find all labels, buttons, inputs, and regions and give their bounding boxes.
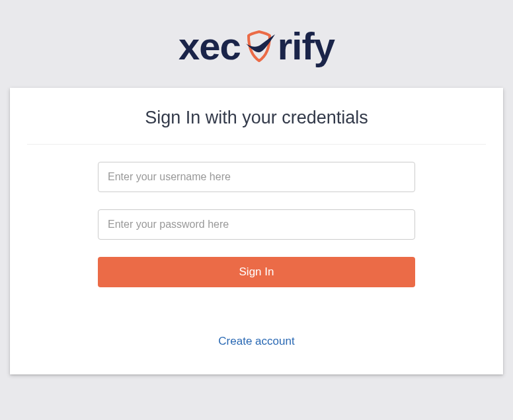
- logo-text-right: rify: [278, 24, 335, 68]
- brand-logo: xec rify: [178, 24, 335, 68]
- shield-icon: [241, 28, 278, 65]
- logo-text-left: xec: [178, 24, 241, 68]
- create-account-area: Create account: [218, 335, 294, 348]
- username-input[interactable]: [98, 162, 415, 192]
- logo-area: xec rify: [178, 0, 335, 88]
- signin-card: Sign In with your credentials Sign In Cr…: [10, 88, 503, 374]
- password-input[interactable]: [98, 209, 415, 240]
- card-header: Sign In with your credentials: [27, 88, 486, 145]
- signin-form: Sign In Create account: [10, 145, 503, 348]
- card-title: Sign In with your credentials: [47, 108, 466, 128]
- signin-button[interactable]: Sign In: [98, 257, 415, 287]
- create-account-link[interactable]: Create account: [218, 335, 294, 347]
